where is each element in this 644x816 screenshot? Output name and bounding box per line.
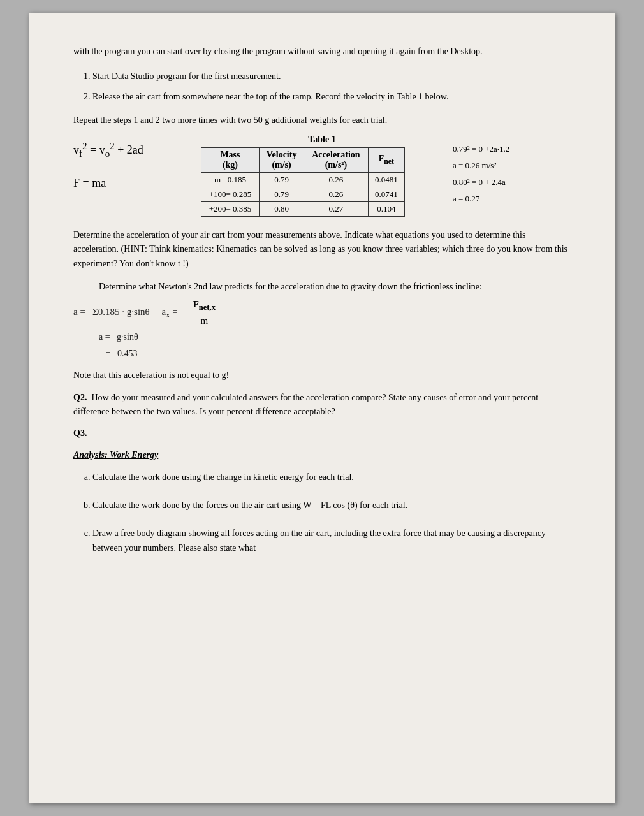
fraction-denominator: m — [198, 314, 210, 326]
analysis-title: Analysis: Work Energy — [73, 450, 571, 460]
cell-fnet-3: 0.104 — [368, 201, 404, 216]
cell-acc-3: 0.27 — [304, 201, 368, 216]
table-title: Table 1 — [201, 135, 443, 145]
right-annotation-1: 0.79² = 0 +2a·1.2 — [453, 141, 571, 157]
cell-fnet-1: 0.0481 — [368, 172, 404, 187]
cell-vel-3: 0.80 — [259, 201, 304, 216]
calc-left: a = Σ0.185 · g·sinθ ax = — [73, 307, 178, 317]
col-velocity: Velocity(m/s) — [259, 147, 304, 172]
numbered-steps: Start Data Studio program for the first … — [92, 69, 571, 105]
fraction-formula: Fnet,x m — [191, 299, 218, 326]
calc-left-block: a = Σ0.185 · g·sinθ ax = — [73, 306, 178, 320]
cell-mass-2: +100= 0.285 — [201, 187, 260, 201]
formula-newton: F = ma — [73, 177, 201, 190]
cell-vel-1: 0.79 — [259, 172, 304, 187]
data-table-container: Table 1 Mass(kg) Velocity(m/s) Accelerat… — [201, 135, 443, 217]
q2-body: How do your measured and your calculated… — [73, 393, 538, 416]
analysis-item-c: Draw a free body diagram showing all for… — [92, 527, 571, 555]
q2-text: Q2. How do your measured and your calcul… — [73, 391, 571, 419]
formula-kinematics: vf2 = vo2 + 2ad — [73, 141, 201, 159]
cell-vel-2: 0.79 — [259, 187, 304, 201]
right-annotations: 0.79² = 0 +2a·1.2 a = 0.26 m/s² 0.80² = … — [443, 135, 571, 207]
data-table: Mass(kg) Velocity(m/s) Acceleration(m/s²… — [201, 147, 405, 217]
table-section: vf2 = vo2 + 2ad F = ma Table 1 Mass(kg) … — [73, 135, 571, 217]
col-fnet: Fnet — [368, 147, 404, 172]
cell-acc-2: 0.26 — [304, 187, 368, 201]
document-page: with the program you can start over by c… — [29, 13, 615, 803]
q2-label: Q2. — [73, 393, 87, 402]
cell-acc-1: 0.26 — [304, 172, 368, 187]
right-annotation-4: a = 0.27 — [453, 191, 571, 207]
cell-mass-3: +200= 0.385 — [201, 201, 260, 216]
repeat-text: Repeat the steps 1 and 2 two more times … — [73, 113, 571, 127]
analysis-item-b: Calculate the work done by the forces on… — [92, 499, 571, 513]
note-text: Note that this acceleration is not equal… — [73, 370, 571, 381]
analysis-list: Calculate the work done using the change… — [92, 470, 571, 556]
table-row: +100= 0.285 0.79 0.26 0.0741 — [201, 187, 405, 201]
table-row: m= 0.185 0.79 0.26 0.0481 — [201, 172, 405, 187]
right-annotation-2: a = 0.26 m/s² — [453, 157, 571, 174]
right-annotation-3: 0.80² = 0 + 2.4a — [453, 174, 571, 191]
sub-calc-2: = 0.453 — [99, 346, 571, 361]
col-mass: Mass(kg) — [201, 147, 260, 172]
intro-text: with the program you can start over by c… — [73, 45, 571, 58]
left-annotations: vf2 = vo2 + 2ad F = ma — [73, 135, 201, 191]
analysis-item-a: Calculate the work done using the change… — [92, 470, 571, 484]
determine-accel-text: Determine the acceleration of your air c… — [73, 228, 571, 271]
predict-title: Determine what Newton's 2nd law predicts… — [73, 280, 571, 294]
table-row: +200= 0.385 0.80 0.27 0.104 — [201, 201, 405, 216]
sub-calc-1: a = g·sinθ — [99, 329, 571, 345]
cell-fnet-2: 0.0741 — [368, 187, 404, 201]
calc-area: a = Σ0.185 · g·sinθ ax = Fnet,x m — [73, 299, 571, 326]
fraction-numerator: Fnet,x — [191, 299, 218, 314]
step-1: Start Data Studio program for the first … — [92, 69, 571, 84]
predict-section: Determine what Newton's 2nd law predicts… — [73, 280, 571, 361]
sub-calc-block: a = g·sinθ = 0.453 — [86, 329, 571, 361]
step-2: Release the air cart from somewhere near… — [92, 90, 571, 104]
q3-label: Q3. — [73, 428, 571, 439]
cell-mass-1: m= 0.185 — [201, 172, 260, 187]
col-acceleration: Acceleration(m/s²) — [304, 147, 368, 172]
